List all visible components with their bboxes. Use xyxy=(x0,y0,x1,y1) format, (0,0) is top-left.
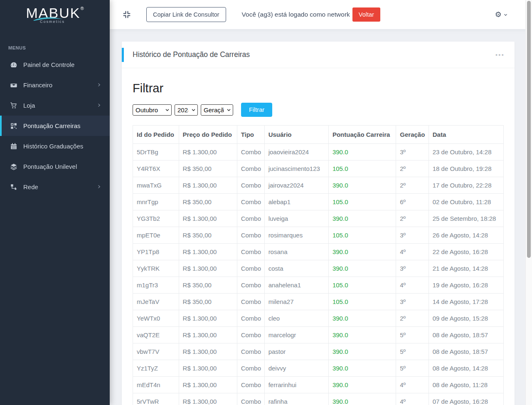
table-cell: R$ 1.300,00 xyxy=(179,377,237,393)
copy-consultant-link-button[interactable]: Copiar Link de Consultor xyxy=(146,7,226,22)
table-row: vaQT2ER$ 1.300,00Combomarcelogr390.05º08… xyxy=(133,327,504,343)
table-cell: 2º xyxy=(396,210,429,227)
career-points-card: Histórico de Pontuação de Carreiras ●●● … xyxy=(122,42,515,405)
table-cell: 6º xyxy=(396,194,429,210)
table-cell: 07 de Agosto, 16:28 xyxy=(429,393,503,405)
chevron-right-icon xyxy=(96,183,101,190)
table-cell: cleo xyxy=(264,310,328,327)
column-header: Usuário xyxy=(264,126,328,144)
column-header: Tipo xyxy=(237,126,264,144)
table-row: Yz1TyZR$ 1.300,00Combodeivvy390.05º08 de… xyxy=(133,360,504,377)
table-cell: 08 de Agosto, 18:57 xyxy=(429,327,503,343)
table-cell: 2º xyxy=(396,310,429,327)
scrollbar[interactable] xyxy=(525,0,532,405)
sidebar-item-financeiro[interactable]: Financeiro xyxy=(0,75,110,95)
layers-icon xyxy=(10,163,17,170)
sidebar-item-rede[interactable]: Rede xyxy=(0,177,110,197)
table-cell: Combo xyxy=(237,294,264,310)
sidebar-nav: Painel de Controle Financeiro Loja Po xyxy=(0,54,110,197)
chevron-down-icon xyxy=(503,12,508,17)
sidebar-item-label: Financeiro xyxy=(23,81,52,89)
table-cell: rosimarques xyxy=(264,227,328,244)
table-row: YG3Tb2R$ 1.300,00Comboluveiga390.02º25 d… xyxy=(133,210,504,227)
brand-swoosh-icon xyxy=(32,17,64,22)
card-options-icon[interactable]: ●●● xyxy=(495,53,505,57)
table-row: Y4RT6XR$ 350,00Combojucinascimento123105… xyxy=(133,161,504,177)
table-row: mwaTxGR$ 1.300,00Combojairovaz2024390.02… xyxy=(133,177,504,194)
registered-mark: ® xyxy=(80,6,84,11)
table-row: YykTRKR$ 1.300,00Combocosta390.03º21 de … xyxy=(133,260,504,277)
table-cell: 390.0 xyxy=(328,310,396,327)
table-cell: Combo xyxy=(237,161,264,177)
table-cell: Combo xyxy=(237,244,264,260)
table-cell: milena27 xyxy=(264,294,328,310)
wallet-icon xyxy=(10,81,17,89)
table-body: 5DrTBgR$ 1.300,00Combojoaovieira2024390.… xyxy=(133,144,504,405)
generation-select[interactable]: Geração xyxy=(201,104,233,116)
table-cell: 105.0 xyxy=(328,277,396,294)
table-cell: 5DrTBg xyxy=(133,144,179,161)
table-cell: luveiga xyxy=(264,210,328,227)
table-cell: 390.0 xyxy=(328,327,396,343)
column-header: Preço do Pedido xyxy=(179,126,237,144)
table-cell: 4º xyxy=(396,244,429,260)
table-row: vbwT7VR$ 1.300,00Combopastor390.05º08 de… xyxy=(133,343,504,360)
table-cell: 17 de Outubro, 22:28 xyxy=(429,177,503,194)
table-cell: R$ 1.300,00 xyxy=(179,310,237,327)
sidebar-item-historico-graduacoes[interactable]: Histórico Graduações xyxy=(0,136,110,156)
table-cell: mpET0e xyxy=(133,227,179,244)
sidebar-item-label: Pontuação Unilevel xyxy=(23,163,77,170)
table-cell: 21 de Agosto, 14:28 xyxy=(429,260,503,277)
table-cell: 23 de Outubro, 14:28 xyxy=(429,144,503,161)
year-select[interactable]: 2024 xyxy=(175,104,198,116)
table-row: mnrTgpR$ 350,00Comboalebap1105.06º02 de … xyxy=(133,194,504,210)
filter-button[interactable]: Filtrar xyxy=(241,103,272,117)
table-cell: Combo xyxy=(237,327,264,343)
table-cell: rosana xyxy=(264,244,328,260)
scrollbar-thumb[interactable] xyxy=(527,1,531,258)
table-cell: R$ 1.300,00 xyxy=(179,177,237,194)
table-cell: mJeTaV xyxy=(133,294,179,310)
table-cell: 390.0 xyxy=(328,144,396,161)
table-cell: Combo xyxy=(237,194,264,210)
sidebar-item-pontuacao-unilevel[interactable]: Pontuação Unilevel xyxy=(0,156,110,177)
table-cell: 02 de Outubro, 11:28 xyxy=(429,194,503,210)
table-cell: 08 de Agosto, 18:57 xyxy=(429,343,503,360)
table-cell: R$ 1.300,00 xyxy=(179,343,237,360)
month-select[interactable]: Outubro xyxy=(133,104,172,116)
table-cell: 22 de Agosto, 16:28 xyxy=(429,244,503,260)
table-cell: costa xyxy=(264,260,328,277)
sidebar-item-loja[interactable]: Loja xyxy=(0,95,110,116)
gear-icon: ⚙ xyxy=(495,11,502,18)
table-cell: 390.0 xyxy=(328,244,396,260)
table-row: mEdT4nR$ 1.300,00Comboferrarinhui390.04º… xyxy=(133,377,504,393)
back-button[interactable]: Voltar xyxy=(352,7,380,22)
chevron-right-icon xyxy=(96,81,101,89)
table-cell: YeWTx0 xyxy=(133,310,179,327)
table-cell: 5rVTwR xyxy=(133,393,179,405)
card-header: Histórico de Pontuação de Carreiras ●●● xyxy=(122,42,515,68)
table-row: mJeTaVR$ 350,00Combomilena27105.03º14 de… xyxy=(133,294,504,310)
table-cell: R$ 1.300,00 xyxy=(179,327,237,343)
sidebar-item-painel-de-controle[interactable]: Painel de Controle xyxy=(0,54,110,75)
table-cell: alebap1 xyxy=(264,194,328,210)
filter-heading: Filtrar xyxy=(133,81,504,95)
sidebar-item-label: Pontuação Carreiras xyxy=(23,122,81,129)
filter-controls: Outubro 2024 Geração Filtrar xyxy=(133,103,504,117)
settings-menu[interactable]: ⚙ xyxy=(495,11,508,18)
column-header: Data xyxy=(429,126,503,144)
table-cell: R$ 350,00 xyxy=(179,227,237,244)
table-cell: 3º xyxy=(396,227,429,244)
table-cell: 26 de Agosto, 14:28 xyxy=(429,227,503,244)
table-cell: 4º xyxy=(396,377,429,393)
table-cell: jucinascimento123 xyxy=(264,161,328,177)
table-cell: ferrarinhui xyxy=(264,377,328,393)
table-cell: 4º xyxy=(396,277,429,294)
table-cell: jairovaz2024 xyxy=(264,177,328,194)
login-status-group: Você (ag3) está logado como network Volt… xyxy=(242,7,380,22)
table-cell: 4º xyxy=(396,393,429,405)
sidebar-item-pontuacao-carreiras[interactable]: Pontuação Carreiras xyxy=(0,116,110,136)
compress-icon[interactable] xyxy=(122,10,131,19)
table-cell: 105.0 xyxy=(328,227,396,244)
card-accent-bar xyxy=(122,48,124,62)
